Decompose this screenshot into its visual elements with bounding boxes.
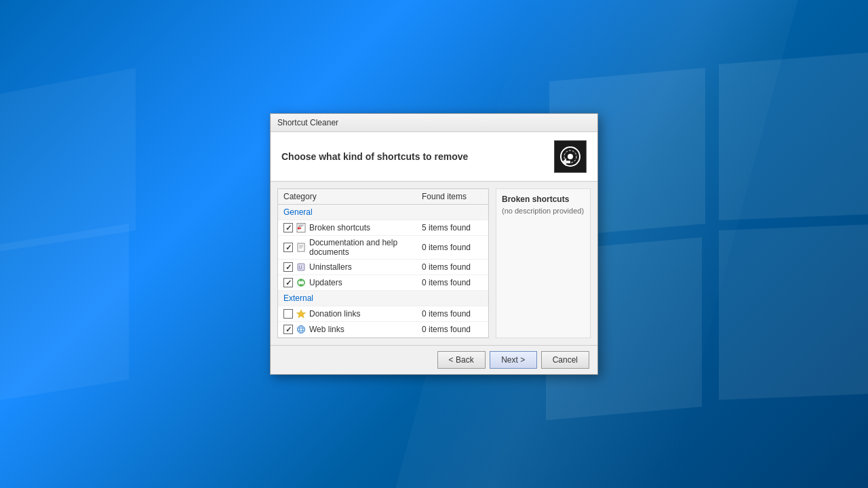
row-count-broken: 5 items found bbox=[422, 223, 483, 232]
checkbox-donation[interactable] bbox=[283, 309, 293, 319]
svg-text:U: U bbox=[299, 265, 302, 270]
table-row[interactable]: ✓ Updaters 0 items found bbox=[278, 275, 488, 291]
dialog-header-title: Choose what kind of shortcuts to remove bbox=[281, 151, 468, 162]
next-button[interactable]: Next > bbox=[490, 351, 537, 369]
svg-marker-22 bbox=[297, 310, 306, 318]
svg-point-8 bbox=[568, 154, 573, 159]
row-label-donation: Donation links bbox=[309, 309, 422, 319]
info-panel-description: (no description provided) bbox=[502, 207, 585, 215]
star-icon bbox=[296, 308, 307, 319]
table-row[interactable]: ✓ Web links 0 items found bbox=[278, 322, 488, 338]
checkbox-broken-shortcuts[interactable]: ✓ bbox=[283, 223, 293, 232]
svg-point-23 bbox=[298, 326, 305, 333]
updater-icon bbox=[296, 277, 307, 288]
dialog-header: Choose what kind of shortcuts to remove bbox=[271, 132, 597, 182]
dialog-footer: < Back Next > Cancel bbox=[271, 345, 597, 374]
row-label-uninstallers: Uninstallers bbox=[309, 262, 422, 272]
dialog-content: Category Found items General ✓ bbox=[271, 182, 597, 345]
section-external: External bbox=[278, 291, 488, 306]
app-icon-svg bbox=[557, 143, 584, 170]
uninstaller-icon: U bbox=[296, 262, 307, 272]
info-panel-title: Broken shortcuts bbox=[502, 195, 585, 204]
row-label-docs: Documentation and help documents bbox=[309, 238, 422, 257]
dialog-titlebar: Shortcut Cleaner bbox=[271, 114, 597, 132]
table-row[interactable]: ✓ Documentation and help documents 0 ite… bbox=[278, 236, 488, 260]
category-table: Category Found items General ✓ bbox=[277, 188, 489, 338]
checkbox-docs[interactable]: ✓ bbox=[283, 243, 293, 252]
row-count-uninstallers: 0 items found bbox=[422, 262, 483, 272]
broken-shortcut-icon bbox=[296, 222, 307, 233]
svg-rect-15 bbox=[298, 243, 304, 251]
shortcut-cleaner-dialog: Shortcut Cleaner Choose what kind of sho… bbox=[270, 113, 598, 375]
dialog-header-icon bbox=[554, 140, 587, 173]
back-button[interactable]: < Back bbox=[437, 351, 486, 369]
row-count-updaters: 0 items found bbox=[422, 278, 483, 287]
row-count-docs: 0 items found bbox=[422, 243, 483, 252]
cancel-button[interactable]: Cancel bbox=[541, 351, 589, 369]
col-header-found: Found items bbox=[422, 192, 483, 201]
section-general: General bbox=[278, 205, 488, 220]
row-label-updaters: Updaters bbox=[309, 278, 422, 287]
table-row[interactable]: Donation links 0 items found bbox=[278, 306, 488, 322]
table-row[interactable]: ✓ Broken shortcuts 5 items found bbox=[278, 220, 488, 236]
row-label-broken: Broken shortcuts bbox=[309, 223, 422, 232]
checkbox-uninstallers[interactable]: ✓ bbox=[283, 262, 293, 272]
checkbox-updaters[interactable]: ✓ bbox=[283, 278, 293, 287]
row-label-weblinks: Web links bbox=[309, 325, 422, 334]
doc-icon bbox=[296, 242, 307, 253]
row-count-donation: 0 items found bbox=[422, 309, 483, 319]
dialog-title: Shortcut Cleaner bbox=[277, 118, 338, 127]
info-panel: Broken shortcuts (no description provide… bbox=[496, 188, 591, 338]
col-header-category: Category bbox=[283, 192, 422, 201]
web-icon bbox=[296, 324, 307, 335]
row-count-weblinks: 0 items found bbox=[422, 325, 483, 334]
checkbox-weblinks[interactable]: ✓ bbox=[283, 325, 293, 334]
table-header: Category Found items bbox=[278, 189, 488, 205]
table-row[interactable]: ✓ U Uninstallers 0 items found bbox=[278, 260, 488, 275]
dialog-overlay: Shortcut Cleaner Choose what kind of sho… bbox=[0, 0, 868, 488]
